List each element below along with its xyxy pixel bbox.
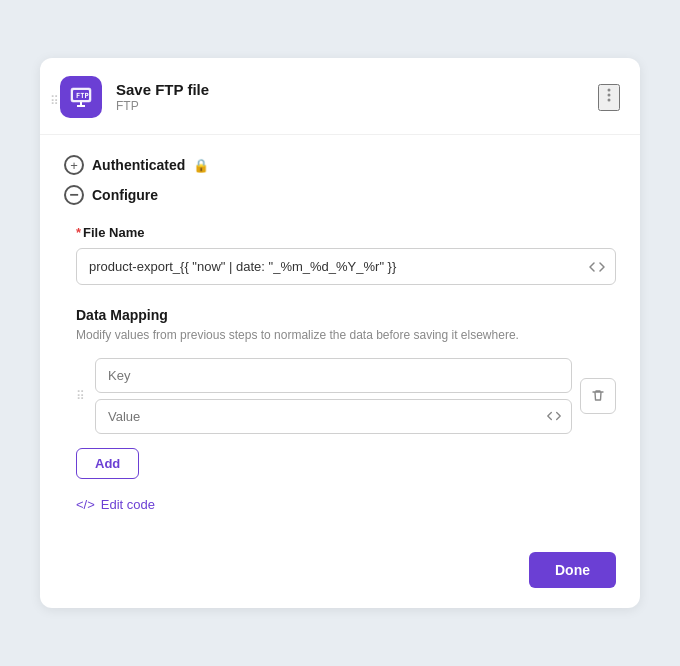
mapping-drag-handle[interactable]: ⠿	[76, 389, 85, 403]
delete-mapping-button[interactable]	[580, 378, 616, 414]
header-titles: Save FTP file FTP	[116, 81, 209, 113]
file-name-input-wrap	[76, 248, 616, 285]
svg-point-7	[608, 93, 611, 96]
mapping-fields	[95, 358, 572, 434]
edit-code-icon: </>	[76, 497, 95, 512]
data-mapping-section: Data Mapping Modify values from previous…	[64, 307, 616, 479]
ftp-icon: FTP	[69, 85, 93, 109]
value-input-wrap	[95, 399, 572, 434]
data-mapping-description: Modify values from previous steps to nor…	[76, 327, 616, 344]
svg-text:FTP: FTP	[76, 92, 89, 100]
mapping-row: ⠿	[76, 358, 616, 434]
key-input[interactable]	[95, 358, 572, 393]
drag-handle[interactable]: ⠿	[50, 94, 59, 108]
edit-code-row[interactable]: </> Edit code	[64, 497, 616, 512]
card-header: FTP Save FTP file FTP	[40, 58, 640, 135]
done-button[interactable]: Done	[529, 552, 616, 588]
authenticated-label: Authenticated	[92, 157, 185, 173]
file-name-label: *File Name	[76, 225, 616, 240]
app-icon: FTP	[60, 76, 102, 118]
header-left: FTP Save FTP file FTP	[60, 76, 209, 118]
more-options-button[interactable]	[598, 84, 620, 111]
file-name-section: *File Name	[64, 225, 616, 285]
edit-code-label: Edit code	[101, 497, 155, 512]
file-name-input[interactable]	[76, 248, 616, 285]
card-subtitle: FTP	[116, 99, 209, 113]
value-code-button[interactable]	[546, 408, 562, 424]
authenticated-expand-icon[interactable]: +	[64, 155, 84, 175]
card-body: + Authenticated 🔒 − Configure *File Name	[40, 135, 640, 536]
card-footer: Done	[40, 536, 640, 608]
configure-row[interactable]: − Configure	[64, 185, 616, 205]
card-title: Save FTP file	[116, 81, 209, 98]
file-name-code-button[interactable]	[588, 258, 606, 276]
authenticated-row[interactable]: + Authenticated 🔒	[64, 155, 616, 175]
svg-point-8	[608, 98, 611, 101]
add-button[interactable]: Add	[76, 448, 139, 479]
lock-icon: 🔒	[193, 158, 209, 173]
configure-label: Configure	[92, 187, 158, 203]
svg-point-6	[608, 88, 611, 91]
configure-collapse-icon[interactable]: −	[64, 185, 84, 205]
value-input[interactable]	[95, 399, 572, 434]
main-card: ⠿ FTP Save FTP file FTP	[40, 58, 640, 608]
required-star: *	[76, 225, 81, 240]
data-mapping-title: Data Mapping	[76, 307, 616, 323]
